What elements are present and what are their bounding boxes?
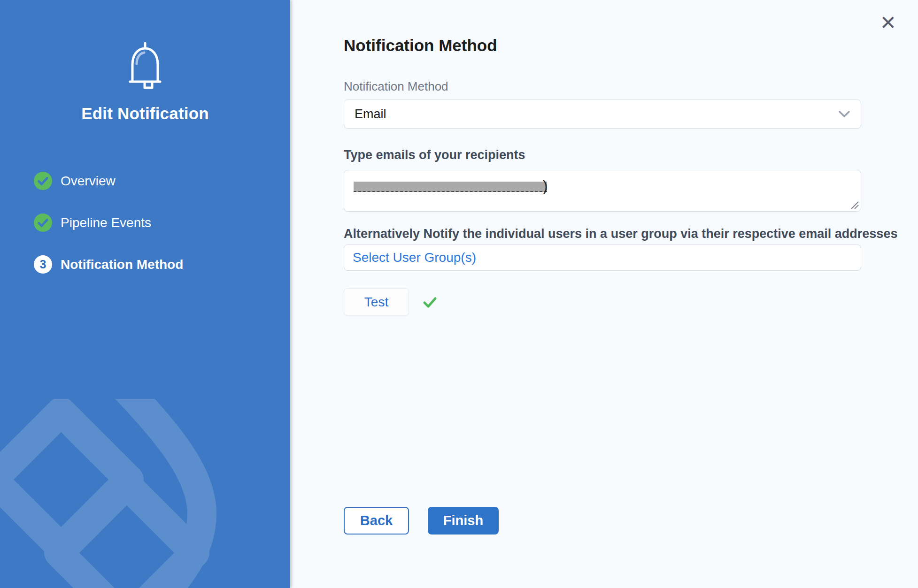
- step-number-badge: 3: [34, 255, 52, 274]
- method-label: Notification Method: [344, 79, 448, 94]
- step-overview[interactable]: Overview: [34, 172, 290, 190]
- chevron-down-icon: [838, 110, 850, 118]
- page-title: Notification Method: [344, 36, 497, 55]
- bell-icon: [123, 40, 168, 92]
- redacted-email-value: [354, 182, 547, 192]
- test-row: Test: [344, 288, 438, 316]
- resize-handle-icon[interactable]: [849, 200, 859, 209]
- step-label: Overview: [61, 174, 116, 189]
- wizard-footer: Back Finish: [344, 507, 499, 535]
- close-icon[interactable]: ✕: [880, 13, 896, 33]
- check-circle-icon: [34, 172, 52, 190]
- panel-notification-method: ✕ Notification Method Notification Metho…: [290, 0, 918, 588]
- recipients-label: Type emails of your recipients: [344, 147, 525, 162]
- wizard-steps: Overview Pipeline Events 3 Notification …: [34, 172, 290, 274]
- back-button[interactable]: Back: [344, 507, 409, 535]
- wizard-sidebar: Edit Notification Overview Pipeline Even…: [0, 0, 290, 588]
- step-notification-method[interactable]: 3 Notification Method: [34, 255, 290, 274]
- redacted-email-suffix: ): [543, 178, 548, 195]
- select-user-group-label: Select User Group(s): [353, 250, 476, 265]
- step-label: Notification Method: [61, 257, 183, 272]
- edit-notification-modal: Edit Notification Overview Pipeline Even…: [0, 0, 918, 588]
- test-success-check-icon: [421, 294, 438, 311]
- check-circle-icon: [34, 214, 52, 232]
- finish-button[interactable]: Finish: [428, 507, 499, 535]
- brand-watermark: [0, 399, 290, 588]
- step-pipeline-events[interactable]: Pipeline Events: [34, 214, 290, 232]
- wizard-title: Edit Notification: [0, 103, 290, 124]
- test-button[interactable]: Test: [344, 288, 409, 316]
- notification-method-select[interactable]: Email: [344, 99, 861, 129]
- user-group-hint: Alternatively Notify the individual user…: [344, 226, 897, 241]
- select-user-group-button[interactable]: Select User Group(s): [344, 244, 861, 271]
- selected-method-value: Email: [355, 107, 386, 122]
- recipients-textarea[interactable]: ): [344, 170, 861, 212]
- step-label: Pipeline Events: [61, 215, 151, 230]
